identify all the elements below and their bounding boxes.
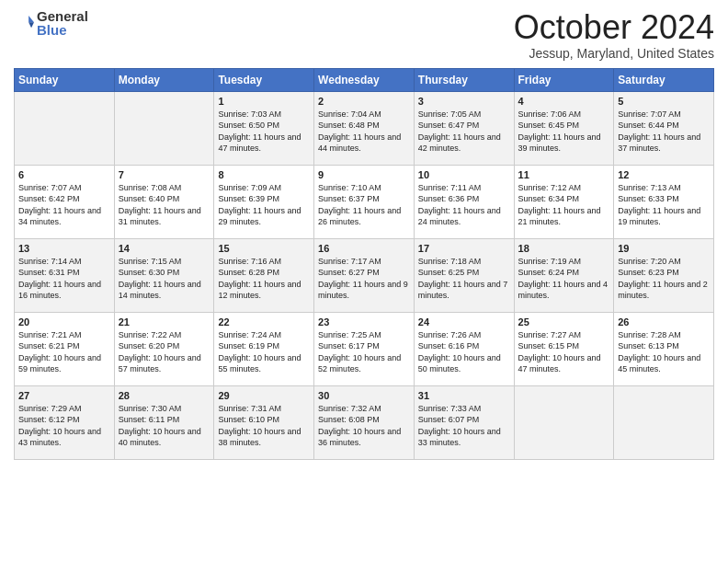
day-info: Sunrise: 7:32 AM Sunset: 6:08 PM Dayligh… — [318, 403, 410, 449]
calendar-cell: 31Sunrise: 7:33 AM Sunset: 6:07 PM Dayli… — [414, 385, 514, 459]
day-number: 20 — [18, 316, 110, 327]
calendar-cell: 6Sunrise: 7:07 AM Sunset: 6:42 PM Daylig… — [15, 165, 115, 238]
day-number: 8 — [218, 169, 310, 180]
calendar-cell: 20Sunrise: 7:21 AM Sunset: 6:21 PM Dayli… — [15, 312, 115, 385]
day-number: 3 — [418, 96, 510, 107]
logo-blue-text: Blue — [37, 23, 88, 37]
day-info: Sunrise: 7:05 AM Sunset: 6:47 PM Dayligh… — [418, 109, 510, 155]
day-number: 22 — [218, 316, 310, 327]
calendar-cell — [514, 385, 614, 459]
calendar-cell: 12Sunrise: 7:13 AM Sunset: 6:33 PM Dayli… — [614, 165, 714, 238]
calendar-week-row: 13Sunrise: 7:14 AM Sunset: 6:31 PM Dayli… — [15, 238, 714, 312]
day-info: Sunrise: 7:07 AM Sunset: 6:44 PM Dayligh… — [618, 109, 710, 155]
day-info: Sunrise: 7:30 AM Sunset: 6:11 PM Dayligh… — [119, 403, 210, 449]
day-info: Sunrise: 7:31 AM Sunset: 6:10 PM Dayligh… — [218, 403, 310, 449]
header: General Blue October 2024 Jessup, Maryla… — [14, 9, 714, 61]
day-info: Sunrise: 7:09 AM Sunset: 6:39 PM Dayligh… — [218, 182, 310, 228]
calendar-cell: 23Sunrise: 7:25 AM Sunset: 6:17 PM Dayli… — [314, 312, 415, 385]
calendar-cell: 10Sunrise: 7:11 AM Sunset: 6:36 PM Dayli… — [414, 165, 514, 238]
day-info: Sunrise: 7:03 AM Sunset: 6:50 PM Dayligh… — [218, 109, 310, 155]
day-number: 10 — [418, 169, 510, 180]
day-info: Sunrise: 7:18 AM Sunset: 6:25 PM Dayligh… — [418, 256, 510, 302]
calendar-week-row: 1Sunrise: 7:03 AM Sunset: 6:50 PM Daylig… — [15, 91, 714, 165]
title-block: October 2024 Jessup, Maryland, United St… — [514, 9, 714, 61]
calendar-cell: 19Sunrise: 7:20 AM Sunset: 6:23 PM Dayli… — [614, 238, 714, 312]
calendar-cell: 17Sunrise: 7:18 AM Sunset: 6:25 PM Dayli… — [414, 238, 514, 312]
day-info: Sunrise: 7:20 AM Sunset: 6:23 PM Dayligh… — [618, 256, 710, 302]
day-number: 18 — [518, 243, 610, 254]
calendar-cell: 27Sunrise: 7:29 AM Sunset: 6:12 PM Dayli… — [15, 385, 115, 459]
day-of-week-header: Wednesday — [314, 68, 415, 91]
day-info: Sunrise: 7:13 AM Sunset: 6:33 PM Dayligh… — [618, 182, 710, 228]
svg-marker-0 — [28, 16, 34, 22]
calendar-page: General Blue October 2024 Jessup, Maryla… — [0, 0, 728, 469]
day-number: 6 — [18, 169, 110, 180]
day-number: 16 — [318, 243, 410, 254]
day-info: Sunrise: 7:33 AM Sunset: 6:07 PM Dayligh… — [418, 403, 510, 449]
day-number: 5 — [618, 96, 710, 107]
day-number: 1 — [218, 96, 310, 107]
day-info: Sunrise: 7:14 AM Sunset: 6:31 PM Dayligh… — [18, 256, 110, 302]
day-number: 21 — [119, 316, 210, 327]
calendar-cell: 4Sunrise: 7:06 AM Sunset: 6:45 PM Daylig… — [514, 91, 614, 165]
day-number: 27 — [18, 390, 110, 401]
day-info: Sunrise: 7:26 AM Sunset: 6:16 PM Dayligh… — [418, 329, 510, 375]
day-number: 23 — [318, 316, 410, 327]
calendar-cell: 11Sunrise: 7:12 AM Sunset: 6:34 PM Dayli… — [514, 165, 614, 238]
day-info: Sunrise: 7:06 AM Sunset: 6:45 PM Dayligh… — [518, 109, 610, 155]
logo-text: General Blue — [37, 9, 88, 37]
calendar-cell: 22Sunrise: 7:24 AM Sunset: 6:19 PM Dayli… — [214, 312, 314, 385]
day-info: Sunrise: 7:24 AM Sunset: 6:19 PM Dayligh… — [218, 329, 310, 375]
day-info: Sunrise: 7:16 AM Sunset: 6:28 PM Dayligh… — [218, 256, 310, 302]
day-info: Sunrise: 7:25 AM Sunset: 6:17 PM Dayligh… — [318, 329, 410, 375]
day-number: 26 — [618, 316, 710, 327]
calendar-cell: 29Sunrise: 7:31 AM Sunset: 6:10 PM Dayli… — [214, 385, 314, 459]
day-number: 2 — [318, 96, 410, 107]
day-info: Sunrise: 7:12 AM Sunset: 6:34 PM Dayligh… — [518, 182, 610, 228]
day-number: 29 — [218, 390, 310, 401]
calendar-cell: 30Sunrise: 7:32 AM Sunset: 6:08 PM Dayli… — [314, 385, 415, 459]
calendar-week-row: 20Sunrise: 7:21 AM Sunset: 6:21 PM Dayli… — [15, 312, 714, 385]
calendar-cell: 21Sunrise: 7:22 AM Sunset: 6:20 PM Dayli… — [114, 312, 214, 385]
day-info: Sunrise: 7:11 AM Sunset: 6:36 PM Dayligh… — [418, 182, 510, 228]
day-info: Sunrise: 7:08 AM Sunset: 6:40 PM Dayligh… — [119, 182, 210, 228]
day-number: 12 — [618, 169, 710, 180]
logo: General Blue — [14, 9, 88, 37]
month-title: October 2024 — [514, 9, 714, 46]
day-info: Sunrise: 7:15 AM Sunset: 6:30 PM Dayligh… — [119, 256, 210, 302]
day-number: 13 — [18, 243, 110, 254]
day-of-week-header: Monday — [114, 68, 214, 91]
location: Jessup, Maryland, United States — [514, 46, 714, 61]
calendar-cell — [114, 91, 214, 165]
day-number: 28 — [119, 390, 210, 401]
day-info: Sunrise: 7:27 AM Sunset: 6:15 PM Dayligh… — [518, 329, 610, 375]
calendar-cell: 15Sunrise: 7:16 AM Sunset: 6:28 PM Dayli… — [214, 238, 314, 312]
calendar-cell: 26Sunrise: 7:28 AM Sunset: 6:13 PM Dayli… — [614, 312, 714, 385]
day-number: 15 — [218, 243, 310, 254]
day-number: 19 — [618, 243, 710, 254]
day-info: Sunrise: 7:29 AM Sunset: 6:12 PM Dayligh… — [18, 403, 110, 449]
day-of-week-header: Friday — [514, 68, 614, 91]
day-number: 24 — [418, 316, 510, 327]
calendar-table: SundayMondayTuesdayWednesdayThursdayFrid… — [14, 68, 714, 460]
calendar-week-row: 27Sunrise: 7:29 AM Sunset: 6:12 PM Dayli… — [15, 385, 714, 459]
calendar-cell: 13Sunrise: 7:14 AM Sunset: 6:31 PM Dayli… — [15, 238, 115, 312]
calendar-cell: 9Sunrise: 7:10 AM Sunset: 6:37 PM Daylig… — [314, 165, 415, 238]
day-number: 9 — [318, 169, 410, 180]
calendar-cell: 8Sunrise: 7:09 AM Sunset: 6:39 PM Daylig… — [214, 165, 314, 238]
calendar-cell — [614, 385, 714, 459]
calendar-cell: 16Sunrise: 7:17 AM Sunset: 6:27 PM Dayli… — [314, 238, 415, 312]
day-info: Sunrise: 7:21 AM Sunset: 6:21 PM Dayligh… — [18, 329, 110, 375]
day-info: Sunrise: 7:10 AM Sunset: 6:37 PM Dayligh… — [318, 182, 410, 228]
day-number: 25 — [518, 316, 610, 327]
calendar-cell — [15, 91, 115, 165]
calendar-week-row: 6Sunrise: 7:07 AM Sunset: 6:42 PM Daylig… — [15, 165, 714, 238]
day-number: 17 — [418, 243, 510, 254]
day-number: 30 — [318, 390, 410, 401]
day-info: Sunrise: 7:19 AM Sunset: 6:24 PM Dayligh… — [518, 256, 610, 302]
calendar-cell: 14Sunrise: 7:15 AM Sunset: 6:30 PM Dayli… — [114, 238, 214, 312]
day-info: Sunrise: 7:28 AM Sunset: 6:13 PM Dayligh… — [618, 329, 710, 375]
day-number: 31 — [418, 390, 510, 401]
day-number: 11 — [518, 169, 610, 180]
calendar-cell: 28Sunrise: 7:30 AM Sunset: 6:11 PM Dayli… — [114, 385, 214, 459]
